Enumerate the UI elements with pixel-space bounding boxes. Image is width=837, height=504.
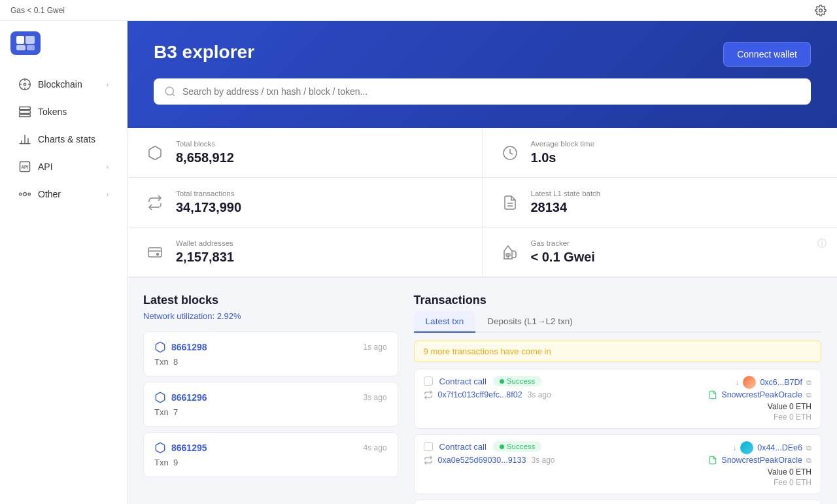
wallet-icon: [143, 241, 167, 264]
sidebar-label-blockchain: Blockchain: [38, 79, 82, 90]
svg-text:API: API: [21, 165, 28, 169]
copy-name-icon-0[interactable]: ⧉: [806, 391, 811, 399]
stat-total-blocks: Total blocks 8,658,912: [128, 128, 483, 178]
copy-name-icon-1[interactable]: ⧉: [806, 456, 811, 465]
stats-grid: Total blocks 8,658,912 Average block tim…: [128, 128, 837, 278]
contract-icon-0: [708, 390, 717, 399]
copy-icon-1[interactable]: ⧉: [806, 444, 811, 452]
sidebar-label-api: API: [38, 161, 53, 172]
txn-fee-0: Fee 0 ETH: [774, 412, 811, 422]
block-number-0[interactable]: 8661298: [154, 341, 207, 353]
tokens-icon: [18, 105, 31, 118]
txn-type-1[interactable]: Contract call: [439, 442, 487, 452]
topbar-right: [815, 5, 827, 16]
copy-icon-0[interactable]: ⧉: [806, 378, 811, 387]
arrow-icon-0: ↓: [735, 378, 739, 387]
latest-blocks-section: Latest blocks Network utilization: 2.92%…: [143, 294, 398, 504]
to-addr-0[interactable]: 0xc6...B7Df: [760, 378, 802, 387]
txn-hash-icon-1: [424, 456, 433, 465]
tab-deposits[interactable]: Deposits (L1→L2 txn): [475, 311, 585, 333]
gear-icon[interactable]: [815, 5, 827, 16]
to-name-0[interactable]: SnowcrestPeakOracle: [721, 390, 802, 399]
txn-age-0: 3s ago: [528, 390, 551, 399]
banner-highlight: have come in: [500, 346, 551, 356]
tab-row: Latest txn Deposits (L1→L2 txn): [414, 311, 821, 333]
other-icon: [18, 188, 31, 201]
block-card-1: 8661296 3s ago Txn 7: [143, 382, 398, 427]
topbar: Gas < 0.1 Gwei: [0, 0, 837, 21]
blockchain-icon: [18, 78, 31, 91]
logo[interactable]: [10, 31, 41, 55]
svg-rect-6: [20, 107, 31, 110]
svg-point-16: [20, 193, 22, 195]
svg-point-24: [157, 254, 159, 256]
txn-banner: 9 more transactions have come in: [414, 341, 821, 362]
utilization-value: 2.92%: [217, 311, 241, 321]
stat-avg-block-time: Average block time 1.0s: [483, 128, 838, 178]
search-input[interactable]: [182, 78, 800, 105]
txn-status-0: Success: [493, 376, 541, 386]
stat-wallets: Wallet addresses 2,157,831: [128, 227, 483, 277]
blocks-icon: [143, 141, 167, 165]
svg-point-15: [24, 193, 27, 196]
sidebar-item-api[interactable]: API API ›: [5, 154, 122, 180]
to-addr-1[interactable]: 0x44...DEe6: [757, 443, 802, 452]
stat-gas-value: < 0.1 Gwei: [531, 250, 595, 265]
transactions-section: Transactions Latest txn Deposits (L1→L2 …: [414, 294, 821, 504]
sidebar-item-blockchain[interactable]: Blockchain ›: [5, 71, 122, 97]
chevron-blockchain: ›: [107, 81, 109, 88]
search-bar: [154, 78, 811, 105]
sidebar-item-charts[interactable]: Charts & stats: [5, 126, 122, 152]
svg-rect-2: [26, 36, 35, 44]
txn-hash-0[interactable]: 0x7f1c013cff9efc...8f02: [438, 390, 522, 399]
sidebar-item-other[interactable]: Other ›: [5, 181, 122, 207]
gas-info-icon[interactable]: ⓘ: [817, 238, 827, 250]
txn-to-addr-0: ↓ 0xc6...B7Df ⧉: [735, 376, 811, 389]
stat-total-txns: Total transactions 34,173,990: [128, 178, 483, 227]
block-txn-2: Txn 9: [154, 458, 387, 467]
txn-fee-1: Fee 0 ETH: [774, 478, 811, 487]
sidebar-item-tokens[interactable]: Tokens: [5, 99, 122, 125]
txn-checkbox-0[interactable]: [424, 377, 433, 386]
block-number-1[interactable]: 8661296: [154, 392, 207, 403]
stat-l1-state: Latest L1 state batch 28134: [483, 178, 838, 227]
clock-icon: [498, 141, 522, 165]
txn-row-2: Contract call Success 0x92bc1b: [414, 499, 821, 504]
transactions-title: Transactions: [414, 294, 821, 307]
txn-hash-icon-0: [424, 390, 433, 399]
svg-point-5: [24, 83, 26, 85]
main-two-col: Latest blocks Network utilization: 2.92%…: [128, 278, 837, 504]
to-name-1[interactable]: SnowcrestPeakOracle: [721, 456, 802, 465]
sidebar-label-tokens: Tokens: [38, 107, 67, 117]
stat-gas: Gas tracker < 0.1 Gwei ⓘ: [483, 227, 838, 277]
gas-label: Gas < 0.1 Gwei: [10, 6, 65, 15]
tab-latest[interactable]: Latest txn: [414, 311, 476, 333]
chevron-other: ›: [107, 191, 109, 198]
block-number-2[interactable]: 8661295: [154, 442, 207, 454]
gas-icon: [498, 241, 522, 264]
block-txn-0: Txn 8: [154, 357, 387, 367]
stat-avg-block-time-label: Average block time: [531, 140, 595, 148]
logo-area: [0, 31, 127, 71]
svg-point-18: [165, 87, 173, 95]
txn-type-0[interactable]: Contract call: [439, 377, 487, 386]
stat-l1-state-value: 28134: [531, 200, 601, 215]
block-card-0: 8661298 1s ago Txn 8: [143, 331, 398, 377]
hero-title: B3 explorer: [154, 42, 811, 63]
contract-icon-1: [708, 456, 717, 465]
svg-point-17: [28, 193, 30, 195]
svg-rect-4: [27, 45, 35, 50]
block-time-2: 4s ago: [364, 443, 387, 452]
txn-checkbox-1[interactable]: [424, 442, 433, 451]
svg-rect-3: [16, 45, 26, 50]
txn-status-1: Success: [493, 441, 541, 452]
stat-wallets-value: 2,157,831: [176, 250, 234, 265]
connect-wallet-button[interactable]: Connect wallet: [723, 42, 811, 67]
txn-row-0: Contract call Success 0x7f1c01: [414, 369, 821, 429]
svg-rect-1: [16, 36, 24, 44]
svg-rect-8: [20, 114, 31, 116]
search-icon: [164, 86, 176, 97]
stat-total-txns-label: Total transactions: [176, 190, 241, 197]
svg-line-19: [172, 93, 174, 95]
txn-hash-1[interactable]: 0xa0e525d69030...9133: [438, 456, 526, 465]
